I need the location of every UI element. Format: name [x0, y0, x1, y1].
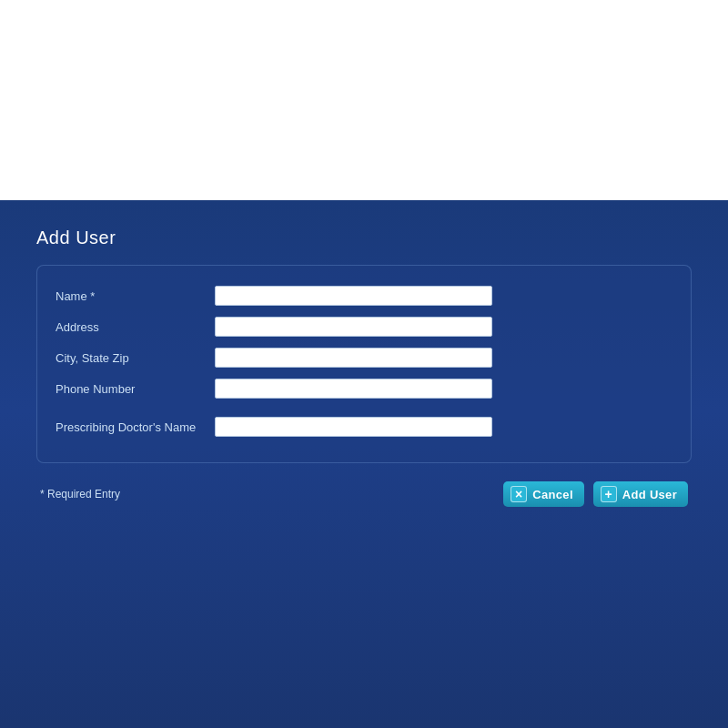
label-address: Address [56, 320, 215, 334]
form-row-doctor: Prescribing Doctor's Name [56, 413, 672, 440]
form-card: Name * Address City, State Zip Phone Num… [36, 265, 692, 463]
input-doctor-name[interactable] [215, 417, 492, 437]
form-row-city: City, State Zip [56, 344, 672, 371]
top-white-area [0, 0, 728, 200]
button-group: × Cancel + Add User [503, 481, 688, 507]
form-row-address: Address [56, 313, 672, 340]
label-city-state-zip: City, State Zip [56, 351, 215, 365]
form-row-phone: Phone Number [56, 375, 672, 402]
cancel-icon: × [511, 486, 527, 502]
cancel-button[interactable]: × Cancel [503, 481, 583, 507]
add-user-button[interactable]: + Add User [593, 481, 688, 507]
input-name[interactable] [215, 286, 492, 306]
input-city-state-zip[interactable] [215, 348, 492, 368]
label-doctor-name: Prescribing Doctor's Name [56, 420, 215, 434]
input-address[interactable] [215, 317, 492, 337]
add-user-label: Add User [622, 488, 677, 501]
panel-title: Add User [36, 228, 692, 248]
label-phone-number: Phone Number [56, 382, 215, 396]
cancel-label: Cancel [532, 488, 572, 501]
main-panel: Add User Name * Address City, State Zip … [0, 200, 728, 728]
required-note: * Required Entry [40, 488, 120, 500]
add-icon: + [601, 486, 617, 502]
footer-row: * Required Entry × Cancel + Add User [36, 481, 692, 507]
label-name: Name * [56, 289, 215, 303]
form-row-name: Name * [56, 282, 672, 309]
input-phone-number[interactable] [215, 379, 492, 399]
